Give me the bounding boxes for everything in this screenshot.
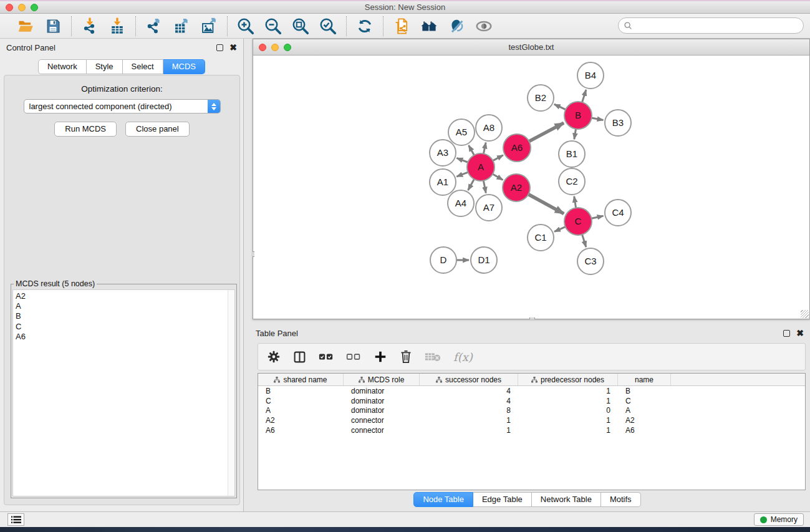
delete-table-icon[interactable] [425, 351, 441, 362]
import-table-icon[interactable] [108, 17, 127, 36]
edge-B-B1[interactable] [574, 129, 576, 140]
node-B4[interactable]: B4 [577, 62, 604, 89]
column-header-successor-nodes[interactable]: successor nodes [420, 374, 518, 385]
table-cell[interactable]: B [618, 387, 671, 395]
network-window-titlebar[interactable]: testGlobe.txt [253, 39, 809, 56]
edge-C-C1[interactable] [554, 227, 566, 232]
node-A5[interactable]: A5 [448, 119, 475, 145]
zoom-selected-icon[interactable] [319, 17, 337, 36]
table-cell[interactable]: C [618, 397, 671, 405]
edge-A-A8[interactable] [483, 143, 486, 154]
export-table-icon[interactable] [172, 17, 191, 36]
table-cell[interactable]: C [258, 397, 344, 405]
node-B[interactable]: B [564, 102, 592, 129]
mcds-result-item[interactable]: C [16, 322, 228, 332]
close-panel-button[interactable]: Close panel [125, 122, 190, 137]
tab-select[interactable]: Select [123, 59, 163, 74]
delete-column-icon[interactable] [400, 350, 412, 364]
tab-style[interactable]: Style [87, 59, 123, 74]
edge-A-A2[interactable] [493, 174, 503, 180]
table-cell[interactable]: A6 [258, 426, 344, 435]
table-cell[interactable]: 4 [420, 387, 518, 395]
network-graph[interactable]: B4B2BB3A8A5A6A3B1AC2A1A2A4A7C4CC1C3DD1 [253, 56, 809, 318]
mcds-result-item[interactable]: A [16, 301, 228, 311]
settings-gear-icon[interactable] [267, 350, 281, 364]
resize-grip-corner[interactable] [801, 310, 809, 318]
graphics-details-icon[interactable] [447, 17, 466, 36]
node-A4[interactable]: A4 [448, 190, 474, 216]
float-panel-icon[interactable] [216, 44, 223, 51]
table-cell[interactable]: connector [344, 416, 420, 425]
table-cell[interactable]: 4 [420, 397, 518, 405]
close-table-panel-icon[interactable]: ✖ [796, 329, 804, 337]
edge-C-C2[interactable] [574, 196, 576, 208]
table-cell[interactable]: A [618, 406, 671, 415]
import-network-icon[interactable] [80, 17, 99, 36]
edge-A-A1[interactable] [456, 172, 468, 177]
edge-A-A5[interactable] [469, 145, 475, 155]
table-cell[interactable]: 8 [420, 406, 518, 415]
table-row[interactable]: Cdominator41C [258, 396, 805, 406]
resize-grip-left[interactable] [253, 251, 254, 257]
zoom-in-icon[interactable] [236, 17, 255, 36]
table-cell[interactable]: A [258, 406, 344, 415]
tab-mcds[interactable]: MCDS [163, 59, 205, 74]
table-cell[interactable]: 0 [518, 406, 618, 415]
column-header-shared-name[interactable]: shared name [258, 374, 344, 385]
table-cell[interactable]: dominator [344, 397, 420, 405]
node-A1[interactable]: A1 [430, 169, 456, 195]
table-row[interactable]: Bdominator41B [258, 386, 805, 396]
node-C2[interactable]: C2 [559, 168, 585, 195]
table-tab-network-table[interactable]: Network Table [532, 492, 601, 507]
table-tab-edge-table[interactable]: Edge Table [473, 492, 532, 507]
function-builder-icon[interactable]: f(x) [453, 351, 473, 364]
table-cell[interactable]: A6 [618, 426, 671, 435]
zoom-fit-icon[interactable] [291, 17, 310, 36]
edge-A-A6[interactable] [493, 155, 503, 161]
add-column-icon[interactable] [374, 350, 387, 364]
float-table-panel-icon[interactable] [783, 330, 790, 337]
table-cell[interactable]: 1 [518, 426, 618, 435]
table-cell[interactable]: B [258, 387, 344, 395]
table-cell[interactable]: 1 [420, 416, 518, 425]
node-A7[interactable]: A7 [476, 195, 502, 221]
edge-A-A3[interactable] [456, 158, 468, 162]
edge-A-A7[interactable] [483, 181, 486, 193]
table-cell[interactable]: A2 [618, 416, 671, 425]
node-B3[interactable]: B3 [605, 110, 631, 136]
export-image-icon[interactable] [200, 17, 218, 36]
deselect-all-icon[interactable] [346, 352, 361, 362]
table-cell[interactable]: 1 [420, 426, 518, 435]
node-B1[interactable]: B1 [559, 141, 585, 167]
edge-A6-B[interactable] [529, 123, 564, 142]
node-A3[interactable]: A3 [430, 140, 456, 166]
table-cell[interactable]: dominator [344, 406, 420, 415]
mcds-result-item[interactable]: A2 [16, 291, 228, 301]
edge-B-B2[interactable] [554, 104, 566, 110]
node-A6[interactable]: A6 [503, 134, 531, 162]
eye-icon[interactable] [475, 17, 493, 36]
tab-network[interactable]: Network [38, 59, 87, 74]
node-C[interactable]: C [564, 208, 592, 235]
edge-C-C4[interactable] [591, 216, 603, 218]
run-mcds-button[interactable]: Run MCDS [54, 122, 117, 137]
edge-C-C3[interactable] [582, 235, 586, 247]
edge-A2-C[interactable] [528, 195, 564, 214]
node-table[interactable]: shared nameMCDS rolesuccessor nodesprede… [258, 373, 806, 490]
refresh-icon[interactable] [355, 17, 374, 36]
select-all-icon[interactable] [319, 352, 334, 362]
criterion-select[interactable]: largest connected component (directed) [24, 99, 221, 114]
edge-A-A4[interactable] [468, 179, 475, 190]
mcds-result-item[interactable]: B [16, 311, 228, 321]
mcds-result-list[interactable]: A2ABCA6 [13, 290, 228, 496]
close-panel-icon[interactable]: ✖ [229, 43, 237, 52]
node-A[interactable]: A [467, 153, 494, 181]
network-canvas[interactable]: B4B2BB3A8A5A6A3B1AC2A1A2A4A7C4CC1C3DD1 [253, 56, 809, 318]
zoom-out-icon[interactable] [264, 17, 282, 36]
node-D[interactable]: D [430, 247, 456, 273]
network-file-icon[interactable] [392, 17, 411, 36]
export-network-icon[interactable] [145, 17, 163, 36]
search-input[interactable] [633, 21, 803, 31]
scrollbar[interactable] [228, 290, 234, 496]
home-icon[interactable] [420, 17, 438, 36]
